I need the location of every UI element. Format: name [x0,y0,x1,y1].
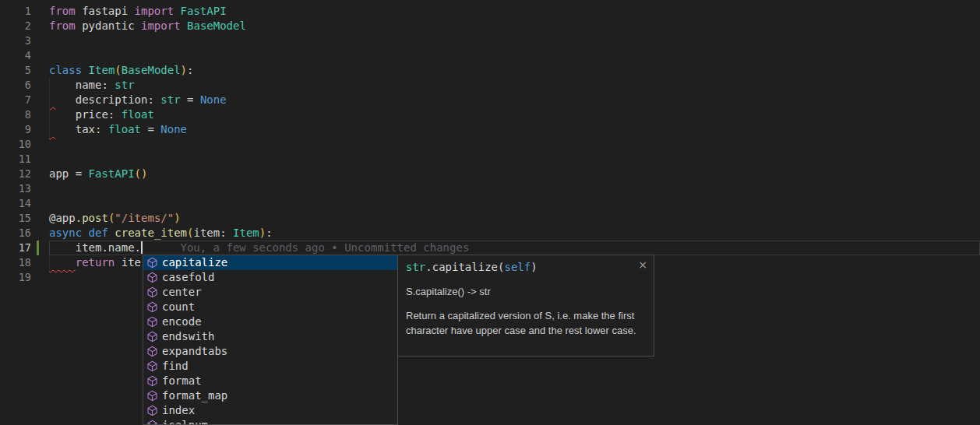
code-token: item.name. [49,241,141,254]
code-token: ) [174,212,180,224]
suggestion-label: count [162,300,195,314]
line-number: 2 [0,19,31,33]
code-line[interactable]: 6 name: str [0,78,980,93]
code-line[interactable]: 17 item.name. You, a few seconds ago • U… [0,241,980,255]
code-line[interactable]: 3 [0,33,980,48]
line-number-gutter: 7 [0,93,49,107]
code-line[interactable]: 14 [0,196,980,211]
suggestion-item[interactable]: encode [143,314,397,329]
code-token: fastapi [76,5,135,17]
code-token: @app. [49,212,82,224]
suggestion-item[interactable]: format_map [143,388,397,403]
code-token: create_item [115,227,187,239]
code-token: def [89,227,108,239]
code-token: str [406,261,425,273]
code-line[interactable]: 9 tax: float = None [0,122,980,137]
blame-annotation: You, a few seconds ago • Uncommitted cha… [180,241,469,254]
code-token: str [115,79,134,91]
code-line[interactable]: 2from pydantic import BaseModel [0,19,980,33]
line-number-gutter: 13 [0,181,49,196]
symbol-method-icon [146,272,158,284]
line-number-gutter: 5 [0,63,49,78]
code-line[interactable]: 5class Item(BaseModel): [0,63,980,78]
code-token [82,64,88,76]
code-token: app = [49,167,89,180]
line-number: 7 [0,93,31,107]
symbol-method-icon [146,405,158,417]
line-number-gutter: 11 [0,152,49,167]
suggestion-item[interactable]: index [143,403,397,418]
code-line[interactable]: 7 description: str = None [0,93,980,107]
code-line[interactable]: 13 [0,181,980,196]
code-token: None [160,123,187,135]
code-token: ) [531,261,537,273]
code-token: str [160,93,180,106]
code-line[interactable]: 16async def create_item(item: Item): [0,226,980,241]
line-number: 11 [0,152,31,167]
code-token: from [49,19,76,32]
line-number: 10 [0,137,31,152]
suggestion-label: center [162,285,202,300]
code-line[interactable]: 8 price: float [0,107,980,122]
line-number-gutter: 18 [0,255,49,270]
suggestion-item[interactable]: endswith [143,329,397,344]
code-token: .capitalize( [425,261,504,273]
code-token: from [49,5,76,17]
code-token: name: [49,79,115,91]
line-number: 4 [0,48,31,63]
line-number-gutter: 12 [0,167,49,181]
docs-panel: str.capitalize(self) × S.capitalize() ->… [397,255,654,357]
suggestion-label: endswith [162,329,214,344]
code-line[interactable]: 11 [0,152,980,167]
suggestion-item[interactable]: isalnum [143,418,397,425]
suggestion-label: expandtabs [162,344,227,359]
line-number: 19 [0,270,31,285]
line-number: 6 [0,78,31,93]
symbol-method-icon [146,346,158,358]
suggestion-label: encode [162,314,202,329]
symbol-method-icon [146,301,158,314]
line-number-gutter: 19 [0,270,49,285]
suggestion-label: format_map [162,388,227,403]
suggestion-item[interactable]: count [143,300,397,314]
suggestion-item[interactable]: center [143,285,397,300]
line-number-gutter: 2 [0,19,49,33]
line-number-gutter: 17 [0,241,49,255]
code-token: : [187,64,193,76]
close-icon[interactable]: × [638,258,647,271]
suggestion-item[interactable]: format [143,374,397,388]
code-token: ) [181,64,187,76]
line-number: 3 [0,33,31,48]
code-token: import [135,5,174,17]
code-token: float [122,108,154,121]
code-line[interactable]: 4 [0,48,980,63]
code-line[interactable]: 12app = FastAPI() [0,167,980,181]
symbol-method-icon [146,390,158,402]
line-number-gutter: 8 [0,107,49,122]
line-number: 13 [0,181,31,196]
line-number-gutter: 14 [0,196,49,211]
code-token: float [108,123,141,135]
suggest-list[interactable]: capitalize casefold center count encode … [143,255,398,425]
code-token [82,227,88,239]
editor: 1from fastapi import FastAPI2from pydant… [0,0,980,425]
docs-paragraph: Return a capitalized version of S, i.e. … [406,308,646,338]
code-token: Item [233,227,259,239]
line-number-gutter: 3 [0,33,49,48]
suggestion-item[interactable]: expandtabs [143,344,397,359]
git-added-indicator [37,241,39,255]
code-token: FastAPI [174,5,226,17]
suggestion-item[interactable]: capitalize [143,255,397,270]
suggestion-item[interactable]: find [143,359,397,374]
symbol-method-icon [146,257,158,269]
code-token: class [49,64,82,76]
code-line[interactable]: 15@app.post("/items/") [0,211,980,226]
code-area[interactable]: 1from fastapi import FastAPI2from pydant… [0,4,980,285]
code-line[interactable]: 10 [0,137,980,152]
code-line[interactable]: 1from fastapi import FastAPI [0,4,980,19]
code-token: self [504,261,531,273]
code-token: FastAPI [89,167,135,180]
docs-signature: str.capitalize(self) [406,260,646,275]
suggestion-item[interactable]: casefold [143,270,397,285]
line-number-gutter: 15 [0,211,49,226]
